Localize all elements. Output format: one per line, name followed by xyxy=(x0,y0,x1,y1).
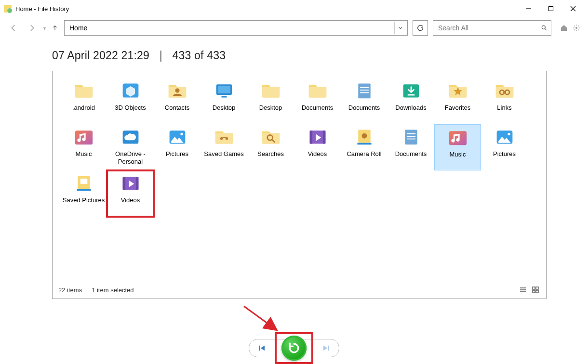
favorites-icon xyxy=(445,79,470,102)
next-version-button[interactable] xyxy=(321,342,332,354)
searches-icon xyxy=(258,125,283,148)
folder-label: Downloads xyxy=(395,104,426,112)
app-icon xyxy=(4,5,12,13)
svg-rect-34 xyxy=(357,143,371,145)
folder-item-desktop[interactable]: Desktop xyxy=(247,78,294,124)
desktop-icon xyxy=(212,79,237,102)
folder-label: Desktop xyxy=(259,104,282,112)
svg-rect-27 xyxy=(222,137,226,138)
pictures-icon xyxy=(165,125,190,148)
folder-item-music[interactable]: Music xyxy=(60,124,107,170)
search-bar[interactable] xyxy=(433,20,551,36)
home-icon[interactable] xyxy=(559,23,569,33)
folder-label: .android xyxy=(72,104,95,112)
svg-line-5 xyxy=(545,29,547,30)
folder-label: Pictures xyxy=(166,150,188,158)
folder-item-saved-pictures[interactable]: Saved Pictures xyxy=(60,170,107,217)
folder-item-videos[interactable]: Videos xyxy=(294,124,341,170)
maximize-button[interactable] xyxy=(540,1,562,16)
games-icon xyxy=(212,125,237,148)
gear-icon[interactable] xyxy=(572,23,581,33)
bottom-controls xyxy=(0,332,588,364)
refresh-button[interactable] xyxy=(413,20,428,36)
folder-item-pictures[interactable]: Pictures xyxy=(481,124,528,170)
folder-label: Saved Pictures xyxy=(63,196,105,204)
folder-item-documents[interactable]: Documents xyxy=(294,78,341,124)
camera-lib-icon xyxy=(352,125,377,148)
folder-label: Pictures xyxy=(493,150,516,158)
folder-item-documents[interactable]: Documents xyxy=(388,124,434,170)
folder-label: Favorites xyxy=(445,104,470,112)
folder-label: Music xyxy=(76,150,92,158)
svg-rect-58 xyxy=(328,346,329,351)
titlebar: Home - File History xyxy=(0,0,588,17)
svg-point-8 xyxy=(175,88,179,92)
folder-item-documents[interactable]: Documents xyxy=(341,78,388,124)
previous-version-button[interactable] xyxy=(256,342,267,354)
folder-item-camera-roll[interactable]: Camera Roll xyxy=(341,124,388,170)
svg-rect-39 xyxy=(406,139,415,140)
forward-button[interactable] xyxy=(25,21,39,35)
svg-rect-48 xyxy=(135,177,138,190)
svg-rect-36 xyxy=(405,130,417,144)
folder-item-videos[interactable]: Videos xyxy=(107,170,154,217)
svg-point-35 xyxy=(361,133,367,139)
folder-label: Desktop xyxy=(213,104,236,112)
folder-item-searches[interactable]: Searches xyxy=(247,124,294,170)
svg-rect-52 xyxy=(533,287,535,289)
folder-item-links[interactable]: Links xyxy=(481,78,528,124)
folder-label: Searches xyxy=(257,150,284,158)
up-button[interactable] xyxy=(51,24,59,32)
restore-button[interactable] xyxy=(281,336,307,361)
icons-view-button[interactable] xyxy=(531,285,540,295)
svg-rect-37 xyxy=(406,133,415,134)
svg-point-6 xyxy=(575,27,577,29)
minimize-button[interactable] xyxy=(518,1,540,16)
svg-rect-45 xyxy=(80,179,87,184)
search-input[interactable] xyxy=(433,24,537,32)
folder-label: Documents xyxy=(348,104,380,112)
onedrive-icon xyxy=(118,125,143,148)
back-button[interactable] xyxy=(7,21,20,35)
folder-label: Videos xyxy=(121,196,140,204)
folder-item-onedrive-personal[interactable]: OneDrive - Personal xyxy=(107,124,154,170)
folder-item-contacts[interactable]: Contacts xyxy=(154,78,200,124)
folder-item-saved-games[interactable]: Saved Games xyxy=(200,124,247,170)
folder-label: Documents xyxy=(302,104,334,112)
svg-rect-53 xyxy=(536,287,538,289)
videos-lib-icon xyxy=(118,171,143,195)
videos-icon xyxy=(305,125,330,148)
restore-icon xyxy=(287,341,301,355)
folder-label: Links xyxy=(497,104,511,112)
svg-rect-13 xyxy=(360,87,368,88)
folder-label: Videos xyxy=(308,150,327,158)
svg-rect-12 xyxy=(358,83,370,98)
svg-point-24 xyxy=(180,133,183,135)
folder-item-3d-objects[interactable]: 3D Objects xyxy=(107,78,154,124)
nav-toolbar: ▾ xyxy=(0,17,588,39)
folder-item--android[interactable]: .android xyxy=(60,78,107,124)
svg-rect-55 xyxy=(536,290,538,293)
svg-rect-10 xyxy=(218,86,230,93)
svg-rect-47 xyxy=(122,177,125,190)
folder-item-desktop[interactable]: Desktop xyxy=(200,78,247,124)
folder-item-favorites[interactable]: Favorites xyxy=(434,78,481,124)
address-dropdown-icon[interactable] xyxy=(394,22,406,34)
folder-label: Documents xyxy=(395,150,427,158)
svg-rect-54 xyxy=(533,290,535,293)
search-icon[interactable] xyxy=(537,25,551,31)
folder-item-downloads[interactable]: Downloads xyxy=(388,78,434,124)
folder-label: Contacts xyxy=(165,104,189,112)
folder-label: Camera Roll xyxy=(347,150,381,158)
close-button[interactable] xyxy=(562,1,584,16)
address-input[interactable] xyxy=(65,21,394,35)
folder-item-pictures[interactable]: Pictures xyxy=(154,124,200,170)
details-view-button[interactable] xyxy=(518,285,528,295)
svg-rect-1 xyxy=(549,7,553,11)
downloads-icon xyxy=(399,79,424,102)
folder-icon xyxy=(305,79,330,102)
folder-item-music[interactable]: Music xyxy=(434,124,481,170)
links-icon xyxy=(492,79,517,102)
address-bar[interactable] xyxy=(64,20,408,36)
svg-rect-38 xyxy=(406,136,415,137)
